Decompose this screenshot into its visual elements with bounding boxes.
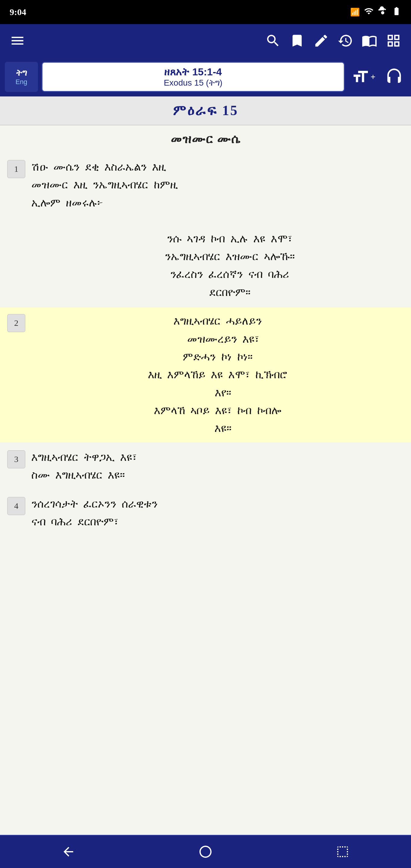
menu-button[interactable]	[6, 29, 29, 52]
verse-block-4: 4 ንሰረገሳታት ፈርኦንን ሰራዊቱን ናብ ባሕሪ ደርበዮም፣	[0, 490, 411, 536]
chapter-heading-text: ምዕራፍ 15	[173, 103, 239, 118]
lang-top-label: ትግ	[16, 68, 27, 78]
history-button[interactable]	[334, 29, 357, 52]
font-size-button[interactable]: +	[348, 65, 378, 89]
edit-button[interactable]	[310, 29, 333, 52]
home-button[interactable]	[186, 840, 225, 864]
headphones-button[interactable]	[382, 65, 406, 89]
verse-block-1: 1 ሽዑ ሙሴን ደቂ እስራኤልን እዚ መዝሙር እዚ ንኤግዚኣብሄር ከ…	[0, 153, 411, 306]
nav-right-group	[261, 29, 405, 52]
verse-text-2: እግዚኣብሄር ሓይለይን መዝሙረይን እዩ፣ ምድሓን ኮነ ኮነ፡፡ እዚ…	[31, 312, 404, 438]
back-button[interactable]	[49, 840, 88, 864]
verse-text-4: ንሰረገሳታት ፈርኦንን ሰራዊቱን ናብ ባሕሪ ደርበዮም፣	[31, 495, 404, 531]
status-time: 9:04	[10, 7, 26, 17]
verse-text-3: እግዚኣብሄር ትዋጋኢ እዩ፣ ስሙ እግዚኣብሄር እዩ፡፡	[31, 448, 404, 484]
content-area: 1 ሽዑ ሙሴን ደቂ እስራኤልን እዚ መዝሙር እዚ ንኤግዚኣብሄር ከ…	[0, 149, 411, 573]
sub-header: ትግ Eng ዘጸአት 15:1-4 Exodus 15 (ትግ) +	[0, 57, 411, 96]
chapter-heading-bar: ምዕራፍ 15	[0, 96, 411, 125]
chapter-title-line1: ዘጸአት 15:1-4	[164, 66, 222, 78]
verse-text-1: ሽዑ ሙሴን ደቂ እስራኤልን እዚ መዝሙር እዚ ንኤግዚኣብሄር ከምዚ…	[31, 158, 404, 301]
verse-number-1[interactable]: 1	[7, 160, 25, 178]
lang-bottom-label: Eng	[15, 78, 27, 86]
chapter-title-line2: Exodus 15 (ትግ)	[164, 78, 222, 88]
recent-apps-button[interactable]	[323, 840, 362, 864]
status-bar: 9:04 📶	[0, 0, 411, 24]
language-toggle-button[interactable]: ትግ Eng	[5, 62, 38, 92]
wifi-icon	[364, 6, 374, 18]
signal-icon	[378, 6, 387, 18]
verse-number-2[interactable]: 2	[7, 314, 25, 332]
search-button[interactable]	[261, 29, 284, 52]
reading-mode-button[interactable]	[358, 29, 381, 52]
chapter-selector-button[interactable]: ዘጸአት 15:1-4 Exodus 15 (ትግ)	[41, 62, 345, 92]
bottom-nav	[0, 835, 411, 868]
section-title: መዝሙር ሙሴ	[0, 125, 411, 149]
verse-block-2: 2 እግዚኣብሄር ሓይለይን መዝሙረይን እዩ፣ ምድሓን ኮነ ኮነ፡፡ …	[0, 307, 411, 442]
status-icons-group: 📶	[350, 6, 401, 18]
verse-number-4[interactable]: 4	[7, 497, 25, 515]
sim-icon: 📶	[350, 7, 360, 17]
bookmark-button[interactable]	[286, 29, 309, 52]
verse-number-3[interactable]: 3	[7, 450, 25, 468]
nav-left-group	[6, 29, 29, 52]
nav-bar	[0, 24, 411, 57]
verse-block-3: 3 እግዚኣብሄር ትዋጋኢ እዩ፣ ስሙ እግዚኣብሄር እዩ፡፡	[0, 444, 411, 489]
battery-icon	[392, 6, 401, 18]
grid-view-button[interactable]	[382, 29, 405, 52]
